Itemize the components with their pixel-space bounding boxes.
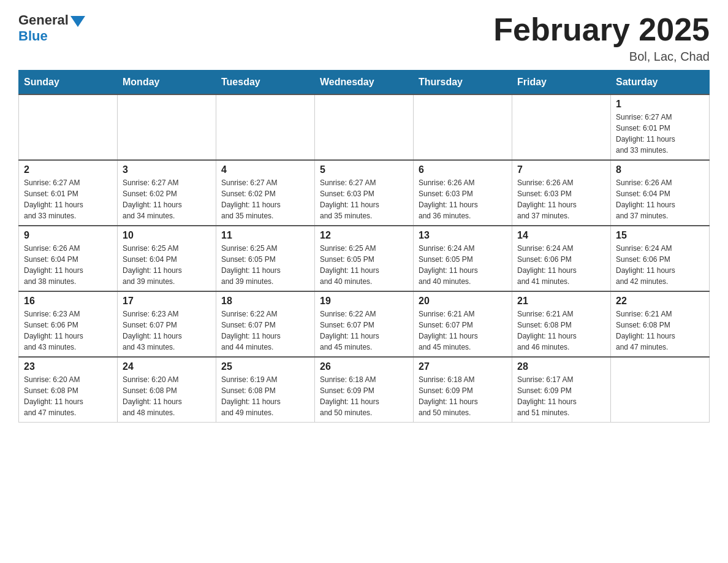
calendar-cell: 28Sunrise: 6:17 AM Sunset: 6:09 PM Dayli… (512, 357, 611, 423)
calendar-cell: 3Sunrise: 6:27 AM Sunset: 6:02 PM Daylig… (118, 160, 216, 226)
day-info: Sunrise: 6:27 AM Sunset: 6:01 PM Dayligh… (616, 112, 704, 156)
day-number: 9 (24, 230, 112, 241)
calendar-week-3: 9Sunrise: 6:26 AM Sunset: 6:04 PM Daylig… (19, 226, 710, 291)
calendar-cell (512, 94, 611, 160)
day-info: Sunrise: 6:26 AM Sunset: 6:04 PM Dayligh… (616, 177, 704, 221)
day-info: Sunrise: 6:26 AM Sunset: 6:03 PM Dayligh… (517, 177, 605, 221)
calendar-cell: 14Sunrise: 6:24 AM Sunset: 6:06 PM Dayli… (512, 226, 611, 291)
calendar-cell: 10Sunrise: 6:25 AM Sunset: 6:04 PM Dayli… (118, 226, 216, 291)
calendar-cell (315, 94, 414, 160)
logo: General Blue (18, 12, 87, 44)
days-of-week-row: SundayMondayTuesdayWednesdayThursdayFrid… (19, 71, 710, 95)
calendar-cell: 23Sunrise: 6:20 AM Sunset: 6:08 PM Dayli… (19, 357, 118, 423)
logo-triangle-icon (70, 16, 85, 27)
day-info: Sunrise: 6:27 AM Sunset: 6:02 PM Dayligh… (123, 177, 211, 221)
day-info: Sunrise: 6:25 AM Sunset: 6:04 PM Dayligh… (123, 243, 211, 287)
day-number: 8 (616, 164, 704, 175)
day-number: 26 (320, 361, 408, 372)
calendar-cell (216, 94, 315, 160)
day-info: Sunrise: 6:21 AM Sunset: 6:08 PM Dayligh… (616, 308, 704, 353)
day-info: Sunrise: 6:27 AM Sunset: 6:03 PM Dayligh… (320, 177, 408, 221)
day-header-saturday: Saturday (611, 71, 710, 95)
day-info: Sunrise: 6:22 AM Sunset: 6:07 PM Dayligh… (320, 308, 408, 353)
calendar-cell: 21Sunrise: 6:21 AM Sunset: 6:08 PM Dayli… (512, 291, 611, 357)
calendar-cell: 6Sunrise: 6:26 AM Sunset: 6:03 PM Daylig… (414, 160, 512, 226)
day-info: Sunrise: 6:27 AM Sunset: 6:02 PM Dayligh… (221, 177, 309, 221)
day-number: 28 (517, 361, 605, 372)
calendar-cell: 19Sunrise: 6:22 AM Sunset: 6:07 PM Dayli… (315, 291, 414, 357)
day-info: Sunrise: 6:17 AM Sunset: 6:09 PM Dayligh… (517, 374, 605, 418)
day-info: Sunrise: 6:23 AM Sunset: 6:06 PM Dayligh… (24, 308, 112, 353)
day-header-sunday: Sunday (19, 71, 118, 95)
day-number: 25 (221, 361, 309, 372)
logo-blue-text: Blue (18, 28, 48, 44)
day-info: Sunrise: 6:22 AM Sunset: 6:07 PM Dayligh… (221, 308, 309, 353)
day-number: 7 (517, 164, 605, 175)
day-info: Sunrise: 6:27 AM Sunset: 6:01 PM Dayligh… (24, 177, 112, 221)
calendar-cell: 18Sunrise: 6:22 AM Sunset: 6:07 PM Dayli… (216, 291, 315, 357)
calendar-cell: 2Sunrise: 6:27 AM Sunset: 6:01 PM Daylig… (19, 160, 118, 226)
calendar-cell (19, 94, 118, 160)
day-number: 13 (419, 230, 507, 241)
day-header-friday: Friday (512, 71, 611, 95)
day-number: 22 (616, 296, 704, 307)
calendar-cell: 13Sunrise: 6:24 AM Sunset: 6:05 PM Dayli… (414, 226, 512, 291)
calendar-cell: 22Sunrise: 6:21 AM Sunset: 6:08 PM Dayli… (611, 291, 710, 357)
day-number: 19 (320, 296, 408, 307)
day-info: Sunrise: 6:24 AM Sunset: 6:06 PM Dayligh… (517, 243, 605, 287)
title-area: February 2025 Bol, Lac, Chad (493, 12, 710, 64)
calendar-week-4: 16Sunrise: 6:23 AM Sunset: 6:06 PM Dayli… (19, 291, 710, 357)
day-number: 27 (419, 361, 507, 372)
calendar-cell: 11Sunrise: 6:25 AM Sunset: 6:05 PM Dayli… (216, 226, 315, 291)
day-header-monday: Monday (118, 71, 216, 95)
day-info: Sunrise: 6:26 AM Sunset: 6:03 PM Dayligh… (419, 177, 507, 221)
calendar-cell (414, 94, 512, 160)
day-info: Sunrise: 6:20 AM Sunset: 6:08 PM Dayligh… (24, 374, 112, 418)
calendar-cell: 25Sunrise: 6:19 AM Sunset: 6:08 PM Dayli… (216, 357, 315, 423)
calendar-cell: 26Sunrise: 6:18 AM Sunset: 6:09 PM Dayli… (315, 357, 414, 423)
day-header-wednesday: Wednesday (315, 71, 414, 95)
day-number: 5 (320, 164, 408, 175)
calendar-cell: 17Sunrise: 6:23 AM Sunset: 6:07 PM Dayli… (118, 291, 216, 357)
day-number: 21 (517, 296, 605, 307)
day-number: 1 (616, 99, 704, 110)
day-header-thursday: Thursday (414, 71, 512, 95)
day-info: Sunrise: 6:19 AM Sunset: 6:08 PM Dayligh… (221, 374, 309, 418)
day-number: 12 (320, 230, 408, 241)
calendar-title: February 2025 (493, 12, 710, 47)
calendar-cell (118, 94, 216, 160)
day-info: Sunrise: 6:21 AM Sunset: 6:08 PM Dayligh… (517, 308, 605, 353)
day-number: 6 (419, 164, 507, 175)
day-number: 20 (419, 296, 507, 307)
day-info: Sunrise: 6:23 AM Sunset: 6:07 PM Dayligh… (123, 308, 211, 353)
calendar-cell: 4Sunrise: 6:27 AM Sunset: 6:02 PM Daylig… (216, 160, 315, 226)
day-info: Sunrise: 6:25 AM Sunset: 6:05 PM Dayligh… (221, 243, 309, 287)
calendar-cell: 7Sunrise: 6:26 AM Sunset: 6:03 PM Daylig… (512, 160, 611, 226)
day-number: 14 (517, 230, 605, 241)
calendar-cell: 9Sunrise: 6:26 AM Sunset: 6:04 PM Daylig… (19, 226, 118, 291)
day-number: 24 (123, 361, 211, 372)
day-info: Sunrise: 6:18 AM Sunset: 6:09 PM Dayligh… (419, 374, 507, 418)
day-info: Sunrise: 6:24 AM Sunset: 6:05 PM Dayligh… (419, 243, 507, 287)
day-header-tuesday: Tuesday (216, 71, 315, 95)
day-info: Sunrise: 6:24 AM Sunset: 6:06 PM Dayligh… (616, 243, 704, 287)
calendar-cell: 12Sunrise: 6:25 AM Sunset: 6:05 PM Dayli… (315, 226, 414, 291)
day-number: 15 (616, 230, 704, 241)
calendar-header: SundayMondayTuesdayWednesdayThursdayFrid… (19, 71, 710, 95)
day-info: Sunrise: 6:25 AM Sunset: 6:05 PM Dayligh… (320, 243, 408, 287)
day-info: Sunrise: 6:21 AM Sunset: 6:07 PM Dayligh… (419, 308, 507, 353)
calendar-week-1: 1Sunrise: 6:27 AM Sunset: 6:01 PM Daylig… (19, 94, 710, 160)
day-number: 2 (24, 164, 112, 175)
calendar-subtitle: Bol, Lac, Chad (493, 50, 710, 64)
calendar-cell: 27Sunrise: 6:18 AM Sunset: 6:09 PM Dayli… (414, 357, 512, 423)
calendar-body: 1Sunrise: 6:27 AM Sunset: 6:01 PM Daylig… (19, 94, 710, 423)
day-number: 3 (123, 164, 211, 175)
calendar-cell: 8Sunrise: 6:26 AM Sunset: 6:04 PM Daylig… (611, 160, 710, 226)
day-number: 17 (123, 296, 211, 307)
calendar-cell: 1Sunrise: 6:27 AM Sunset: 6:01 PM Daylig… (611, 94, 710, 160)
calendar-week-2: 2Sunrise: 6:27 AM Sunset: 6:01 PM Daylig… (19, 160, 710, 226)
day-info: Sunrise: 6:20 AM Sunset: 6:08 PM Dayligh… (123, 374, 211, 418)
day-number: 18 (221, 296, 309, 307)
calendar-cell: 20Sunrise: 6:21 AM Sunset: 6:07 PM Dayli… (414, 291, 512, 357)
calendar-table: SundayMondayTuesdayWednesdayThursdayFrid… (18, 70, 710, 423)
